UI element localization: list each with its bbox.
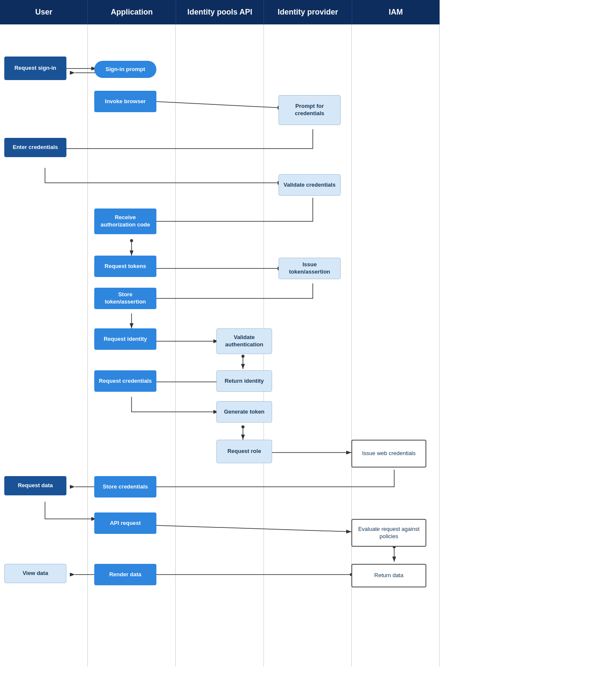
- request-credentials-box: Request credentials: [94, 370, 156, 392]
- generate-token-box: Generate token: [216, 401, 272, 423]
- return-identity-box: Return identity: [216, 370, 272, 392]
- request-signin-box: Request sign-in: [4, 57, 66, 80]
- prompt-credentials-box: Prompt for credentials: [279, 95, 341, 125]
- header-iam: IAM: [352, 0, 440, 24]
- request-role-box: Request role: [216, 440, 272, 463]
- validate-authentication-box: Validate authentication: [216, 328, 272, 354]
- api-request-box: API request: [94, 512, 156, 534]
- store-token-box: Store token/assertion: [94, 288, 156, 309]
- header-row: User Application Identity pools API Iden…: [0, 0, 440, 24]
- validate-credentials-box: Validate credentials: [279, 174, 341, 196]
- diagram-container: User Application Identity pools API Iden…: [0, 0, 440, 667]
- return-data-box: Return data: [351, 564, 426, 587]
- request-data-box: Request data: [4, 476, 66, 495]
- receive-auth-code-box: Receive authorization code: [94, 209, 156, 234]
- signin-prompt-box: Sign-in prompt: [94, 61, 156, 78]
- render-data-box: Render data: [94, 564, 156, 585]
- header-identity-provider: Identity provider: [264, 0, 352, 24]
- issue-web-credentials-box: Issue web credentials: [351, 440, 426, 468]
- swimlane-area: Request sign-in Enter credentials Reques…: [0, 24, 440, 667]
- header-user: User: [0, 0, 88, 24]
- view-data-box: View data: [4, 564, 66, 583]
- evaluate-request-box: Evaluate request against policies: [351, 519, 426, 547]
- request-identity-box: Request identity: [94, 328, 156, 350]
- store-credentials-box: Store credentials: [94, 476, 156, 497]
- header-identity-pools: Identity pools API: [176, 0, 264, 24]
- header-application: Application: [88, 0, 176, 24]
- request-tokens-box: Request tokens: [94, 256, 156, 277]
- issue-token-assertion-box: Issue token/assertion: [279, 258, 341, 279]
- enter-credentials-box: Enter credentials: [4, 138, 66, 157]
- invoke-browser-box: Invoke browser: [94, 91, 156, 112]
